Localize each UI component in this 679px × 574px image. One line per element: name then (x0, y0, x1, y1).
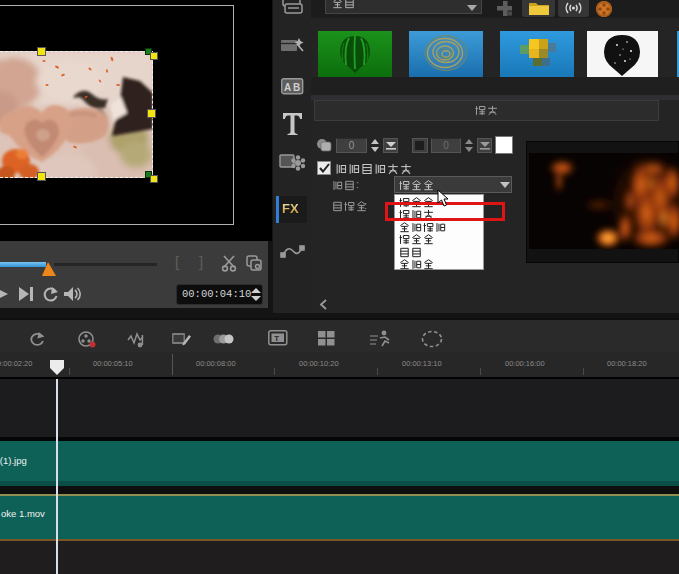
svg-text:T: T (274, 334, 279, 343)
svg-text:A: A (284, 82, 291, 93)
svg-text:B: B (293, 82, 300, 93)
